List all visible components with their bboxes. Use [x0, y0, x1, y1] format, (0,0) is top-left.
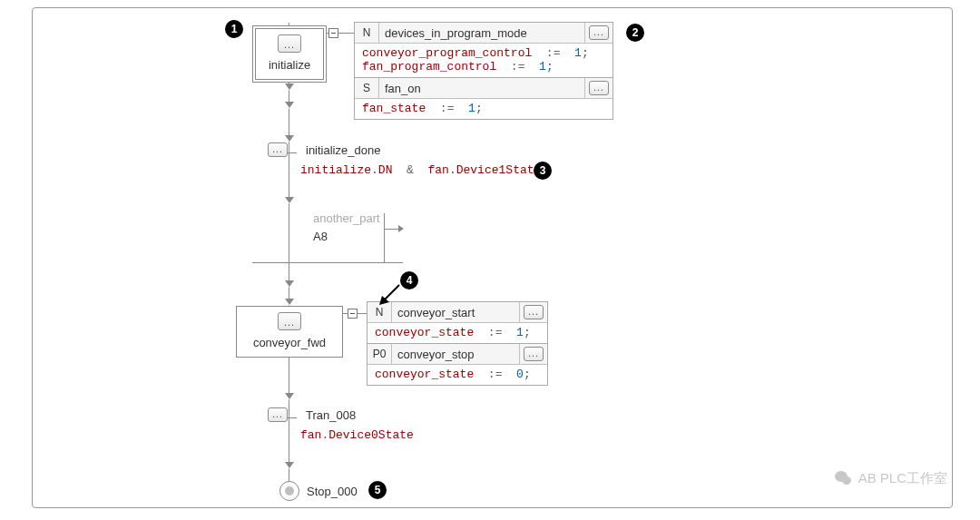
callout-1: 1 [225, 20, 243, 38]
watermark: AB PLC工作室 [835, 469, 947, 487]
arrow-icon [379, 283, 403, 305]
action-table-initialize: N devices_in_program_mode ... conveyor_p… [354, 22, 613, 120]
action-name: conveyor_stop [392, 344, 519, 364]
action-row: N devices_in_program_mode ... conveyor_p… [355, 23, 612, 77]
ellipsis-icon[interactable]: ... [268, 142, 288, 157]
step-label: conveyor_fwd [237, 330, 342, 357]
action-body: conveyor_state := 1; [368, 323, 547, 343]
transition-label: initialize_done [306, 143, 380, 157]
ellipsis-icon[interactable]: ... [268, 407, 288, 422]
collapse-icon[interactable] [348, 309, 358, 319]
ellipsis-icon[interactable]: ... [278, 34, 301, 53]
action-body: conveyor_state := 0; [368, 365, 547, 385]
step-label: initialize [256, 53, 323, 79]
action-name: fan_on [379, 78, 584, 98]
callout-4: 4 [400, 271, 418, 289]
action-qualifier: N [368, 302, 392, 322]
ellipsis-icon[interactable]: ... [589, 25, 609, 40]
stop-label: Stop_000 [307, 485, 358, 498]
callout-2: 2 [626, 24, 644, 42]
action-row: N conveyor_start ... conveyor_state := 1… [368, 302, 547, 343]
transition-tran-008[interactable]: ... Tran_008 [268, 407, 356, 422]
action-row: S fan_on ... fan_state := 1; [355, 77, 612, 119]
action-body: conveyor_program_control := 1; fan_progr… [355, 44, 612, 77]
ellipsis-icon[interactable]: ... [524, 347, 544, 361]
action-body: fan_state := 1; [355, 99, 612, 119]
action-name: conveyor_start [392, 302, 519, 322]
action-name: devices_in_program_mode [379, 23, 584, 43]
ellipsis-icon[interactable]: ... [278, 312, 301, 330]
branch-name: another_part [313, 211, 380, 225]
action-table-conveyor-fwd: N conveyor_start ... conveyor_state := 1… [367, 301, 548, 386]
action-qualifier: P0 [368, 344, 392, 364]
action-row: P0 conveyor_stop ... conveyor_state := 0… [368, 343, 547, 385]
callout-5: 5 [368, 481, 387, 499]
action-qualifier: S [355, 78, 379, 98]
step-initialize[interactable]: ... initialize [252, 25, 327, 83]
branch-ref: A8 [313, 230, 328, 243]
stop-terminal[interactable] [279, 481, 299, 501]
watermark-text: AB PLC工作室 [858, 470, 947, 487]
step-conveyor-fwd[interactable]: ... conveyor_fwd [236, 306, 343, 358]
collapse-icon[interactable] [328, 28, 338, 38]
transition-initialize-done[interactable]: ... initialize_done [268, 142, 380, 157]
sfc-main-line [289, 23, 289, 493]
transition-condition: fan.Device0State [300, 428, 414, 442]
action-qualifier: N [355, 23, 379, 43]
ellipsis-icon[interactable]: ... [589, 81, 609, 95]
callout-3: 3 [534, 162, 552, 180]
ellipsis-icon[interactable]: ... [524, 305, 544, 319]
transition-condition: initialize.DN & fan.Device1State [300, 163, 541, 177]
branch-line [384, 213, 385, 262]
transition-label: Tran_008 [306, 408, 356, 422]
arrow-right-icon [398, 225, 404, 232]
divergence-bar [252, 262, 403, 263]
wechat-icon [835, 469, 853, 487]
